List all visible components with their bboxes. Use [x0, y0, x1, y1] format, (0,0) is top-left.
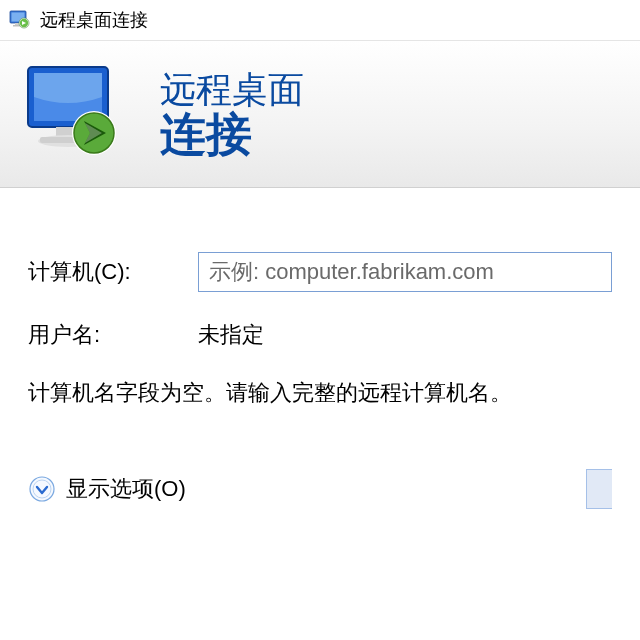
header-title-line2: 连接: [160, 110, 304, 158]
show-options-toggle[interactable]: 显示选项(O): [28, 474, 186, 504]
rdp-large-icon: [22, 59, 132, 169]
rdp-app-icon: [8, 8, 32, 32]
username-value: 未指定: [198, 320, 264, 350]
titlebar: 远程桌面连接: [0, 0, 640, 40]
chevron-down-icon: [28, 475, 56, 503]
footer-row: 显示选项(O): [0, 469, 640, 509]
hint-text: 计算机名字段为空。请输入完整的远程计算机名。: [28, 378, 612, 409]
username-label: 用户名:: [28, 320, 198, 350]
form-area: 计算机(C): 用户名: 未指定 计算机名字段为空。请输入完整的远程计算机名。: [0, 188, 640, 409]
show-options-label: 显示选项(O): [66, 474, 186, 504]
header-title-block: 远程桌面 连接: [160, 70, 304, 158]
header-banner: 远程桌面 连接: [0, 40, 640, 188]
svg-point-14: [30, 477, 54, 501]
computer-label: 计算机(C):: [28, 257, 198, 287]
header-title-line1: 远程桌面: [160, 70, 304, 110]
computer-row: 计算机(C):: [28, 252, 612, 292]
computer-input[interactable]: [198, 252, 612, 292]
username-row: 用户名: 未指定: [28, 320, 612, 350]
connect-button-edge[interactable]: [586, 469, 612, 509]
window-title: 远程桌面连接: [40, 8, 148, 32]
